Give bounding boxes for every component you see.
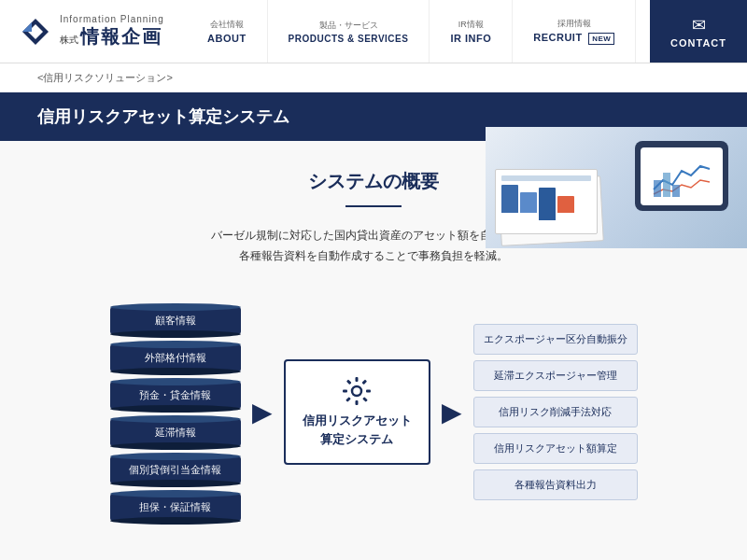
svg-rect-12 <box>361 380 367 385</box>
logo-icon <box>19 15 52 49</box>
diagram-area: 顧客情報 外部格付情報 預金・貸金情報 延滞情報 個別貸倒引当金情報 担保・保証… <box>37 294 710 539</box>
nav-recruit-ja: 採用情報 <box>557 18 591 30</box>
db-stack: 顧客情報 外部格付情報 預金・貸金情報 延滞情報 個別貸倒引当金情報 担保・保証… <box>110 303 241 521</box>
recruit-badge: NEW <box>588 33 614 45</box>
nav-ir-en: IR INFO <box>450 33 491 44</box>
feature-1: 延滞エクスポージャー管理 <box>473 360 638 391</box>
svg-rect-4 <box>663 173 670 197</box>
nav-ir[interactable]: IR情報 IR INFO <box>430 0 513 63</box>
nav-products-ja: 製品・サービス <box>319 20 378 32</box>
arrow-left: ▶ <box>252 397 273 427</box>
header: Information Planning 株式 情報企画 会社情報 ABOUT … <box>0 0 747 63</box>
nav-about[interactable]: 会社情報 ABOUT <box>187 0 268 63</box>
breadcrumb: <信用リスクソリューション> <box>0 63 747 92</box>
svg-rect-8 <box>356 400 359 405</box>
db-item-0: 顧客情報 <box>110 307 241 334</box>
nav-ir-ja: IR情報 <box>458 19 484 31</box>
svg-rect-13 <box>345 397 351 402</box>
nav-recruit-en: RECRUIT NEW <box>533 32 614 45</box>
db-item-4: 個別貸倒引当金情報 <box>110 456 241 483</box>
db-item-2: 預金・貸金情報 <box>110 382 241 409</box>
svg-rect-10 <box>366 390 371 393</box>
logo-text: Information Planning 株式 情報企画 <box>60 14 164 49</box>
page-title: 信用リスクアセット算定システム <box>37 105 710 128</box>
arrow-right: ▶ <box>442 397 462 427</box>
logo-kaisha: 株式 <box>60 34 78 47</box>
logo-main: 情報企画 <box>80 24 162 49</box>
svg-rect-7 <box>356 377 359 382</box>
db-item-1: 外部格付情報 <box>110 344 241 371</box>
paper-stack <box>495 169 607 244</box>
features-list: エクスポージャー区分自動振分 延滞エクスポージャー管理 信用リスク削減手法対応 … <box>473 324 638 500</box>
nav-products-en: PRODUCTS & SERVICES <box>289 34 409 44</box>
svg-point-6 <box>352 386 361 396</box>
svg-rect-9 <box>343 390 347 393</box>
title-underline <box>345 205 402 207</box>
breadcrumb-text: <信用リスクソリューション> <box>37 72 173 83</box>
gear-icon <box>342 376 372 406</box>
overview-line2: 各種報告資料を自動作成することで事務負担を軽減。 <box>37 246 710 267</box>
contact-label: CONTACT <box>670 37 726 49</box>
logo-area: Information Planning 株式 情報企画 <box>0 0 187 63</box>
nav-about-ja: 会社情報 <box>210 19 244 31</box>
feature-2: 信用リスク削減手法対応 <box>473 397 638 427</box>
db-item-3: 延滞情報 <box>110 419 241 446</box>
nav-recruit[interactable]: 採用情報 RECRUIT NEW <box>513 0 636 63</box>
svg-rect-5 <box>672 185 680 197</box>
main-content: <信用リスクソリューション> 信用リスクアセット算定システム システムの概要 バ… <box>0 63 747 560</box>
nav-about-en: ABOUT <box>207 33 247 44</box>
nav-area: 会社情報 ABOUT 製品・サービス PRODUCTS & SERVICES I… <box>187 0 650 63</box>
feature-0: エクスポージャー区分自動振分 <box>473 324 638 355</box>
svg-marker-2 <box>22 22 32 32</box>
svg-rect-11 <box>346 380 352 385</box>
center-box-wrap: 信用リスクアセット 算定システム <box>284 359 430 465</box>
nav-products[interactable]: 製品・サービス PRODUCTS & SERVICES <box>268 0 430 63</box>
contact-button[interactable]: ✉ CONTACT <box>650 0 747 63</box>
svg-rect-14 <box>362 397 368 402</box>
center-box: 信用リスクアセット 算定システム <box>284 359 430 465</box>
svg-rect-3 <box>654 180 661 197</box>
feature-3: 信用リスクアセット額算定 <box>473 433 638 464</box>
feature-4: 各種報告資料出力 <box>473 469 638 500</box>
db-item-5: 担保・保証情報 <box>110 494 241 521</box>
tablet-shape <box>635 141 728 211</box>
hero-image <box>486 127 747 248</box>
logo-subtitle: Information Planning <box>60 14 164 24</box>
mail-icon: ✉ <box>692 15 706 35</box>
center-box-text: 信用リスクアセット 算定システム <box>303 413 412 446</box>
